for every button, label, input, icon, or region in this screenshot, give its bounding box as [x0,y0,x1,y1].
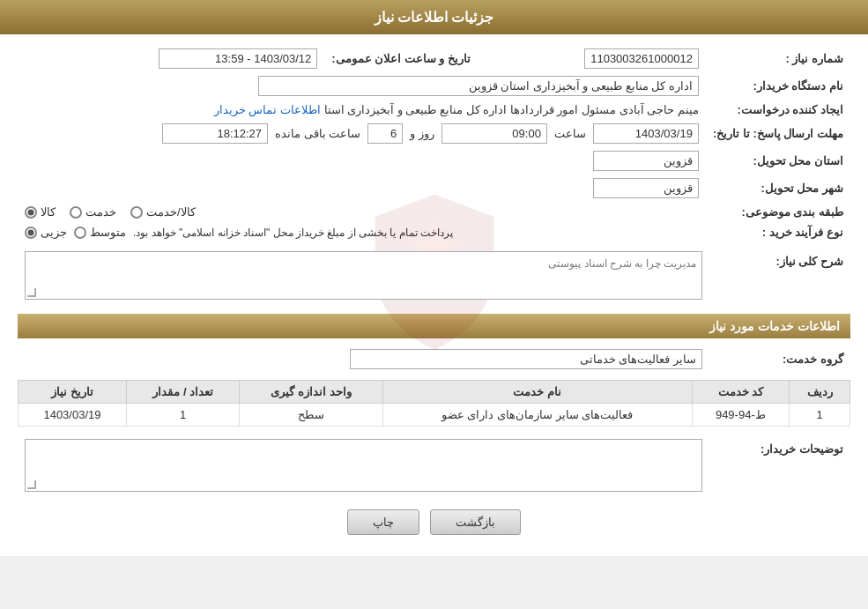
purchase-jozii: جزیی [25,226,67,239]
description-textarea[interactable]: مدیریت چرا به شرح اسناد پیوستی [25,251,702,300]
services-section-title: اطلاعات خدمات مورد نیاز [18,314,850,338]
announcement-input: 1403/03/12 - 13:59 [159,48,317,69]
category-radios: کالا/خدمت خدمت کالا [18,202,706,222]
description-section: شرح کلی نیاز: مدیریت چرا به شرح اسناد پی… [18,248,850,303]
row-description: شرح کلی نیاز: مدیریت چرا به شرح اسناد پی… [18,248,850,303]
radio-kala[interactable] [25,206,37,219]
cell-name: فعالیت‌های سایر سازمان‌های دارای عضو [382,404,692,427]
col-quantity-header: تعداد / مقدار [126,381,240,404]
category-kala: کالا [25,205,56,219]
purchase-motavaset-label: متوسط [90,226,126,239]
purchase-note: پرداخت تمام یا بخشی از مبلغ خریداز محل "… [133,227,453,239]
cell-quantity: 1 [126,404,240,427]
category-kala-khedmat: کالا/خدمت [130,205,196,219]
back-button[interactable]: بازگشت [430,509,521,535]
cell-code: ط-94-949 [692,404,790,427]
buyer-org-label: نام دستگاه خریدار: [706,72,850,100]
buyer-desc-value [18,435,709,495]
col-date-header: تاریخ نیاز [19,381,127,404]
buyer-desc-textarea[interactable] [25,439,702,492]
creator-label: ایجاد کننده درخواست: [706,100,850,120]
province-value: قزوین [18,147,706,175]
creator-text: مینم حاجی آبادی مسئول امور قراردادها ادا… [321,103,699,116]
row-buyer-desc: توضیحات خریدار: [18,435,850,495]
radio-motavaset[interactable] [74,227,86,239]
row-province: استان محل تحویل: قزوین [18,147,850,175]
button-row: بازگشت چاپ [18,509,850,535]
deadline-remaining-time: 18:12:27 [162,123,268,144]
need-number-value: 1103003261000012 [478,45,706,72]
deadline-time-label: ساعت [554,127,586,140]
category-label: طبقه بندی موضوعی: [706,202,850,222]
main-content: شماره نیاز : 1103003261000012 تاریخ و سا… [0,34,868,556]
col-name-header: نام خدمت [382,381,692,404]
deadline-value: 1403/03/19 ساعت 09:00 روز و 6 ساعت باقی … [18,120,706,147]
table-header-row: ردیف کد خدمت نام خدمت واحد اندازه گیری ت… [19,381,850,404]
buyer-desc-resize-handle [27,480,36,489]
deadline-days: 6 [367,123,403,144]
city-input: قزوین [593,178,699,198]
deadline-time: 09:00 [441,123,547,144]
description-value: مدیریت چرا به شرح اسناد پیوستی [18,248,709,303]
purchase-type-label: نوع فرآیند خرید : [706,222,850,242]
row-city: شهر محل تحویل: قزوین [18,175,850,202]
category-kala-khedmat-label: کالا/خدمت [146,205,196,219]
category-radio-group: کالا/خدمت خدمت کالا [25,205,699,219]
category-khedmat-label: خدمت [85,205,116,219]
purchase-type-value: پرداخت تمام یا بخشی از مبلغ خریداز محل "… [18,222,706,242]
deadline-date: 1403/03/19 [593,123,699,144]
row-deadline: مهلت ارسال پاسخ: تا تاریخ: 1403/03/19 سا… [18,120,850,147]
row-need-number: شماره نیاز : 1103003261000012 تاریخ و سا… [18,45,850,72]
table-row: 1ط-94-949فعالیت‌های سایر سازمان‌های دارا… [19,404,850,427]
category-kala-label: کالا [41,205,56,219]
description-label: شرح کلی نیاز: [709,248,850,303]
resize-handle [27,288,36,297]
contact-link[interactable]: اطلاعات تماس خریدار [214,103,321,116]
need-number-label: شماره نیاز : [706,45,850,72]
province-label: استان محل تحویل: [706,147,850,175]
creator-value: مینم حاجی آبادی مسئول امور قراردادها ادا… [18,100,706,120]
print-button[interactable]: چاپ [347,509,419,535]
category-khedmat: خدمت [70,205,116,219]
city-value: قزوین [18,175,706,202]
radio-khedmat[interactable] [70,206,82,219]
row-purchase-type: نوع فرآیند خرید : پرداخت تمام یا بخشی از… [18,222,850,242]
col-unit-header: واحد اندازه گیری [240,381,382,404]
buyer-org-input: اداره کل منابع طبیعی و آبخیزداری استان ق… [258,76,699,96]
announcement-value: 1403/03/12 - 13:59 [18,45,324,72]
page-title: جزئیات اطلاعات نیاز [375,10,494,25]
row-category: طبقه بندی موضوعی: کالا/خدمت خدمت [18,202,850,222]
deadline-day-label: روز و [410,127,434,140]
service-group-input: سایر فعالیت‌های خدماتی [350,349,702,369]
col-row-header: ردیف [790,381,850,404]
description-table: شرح کلی نیاز: مدیریت چرا به شرح اسناد پی… [18,248,850,303]
buyer-desc-label: توضیحات خریدار: [709,435,850,495]
province-input: قزوین [593,151,699,171]
announcement-label: تاریخ و ساعت اعلان عمومی: [324,45,478,72]
service-group-value: سایر فعالیت‌های خدماتی [18,345,709,373]
buyer-desc-table: توضیحات خریدار: [18,435,850,495]
purchase-jozii-label: جزیی [41,226,67,239]
purchase-type-row: پرداخت تمام یا بخشی از مبلغ خریداز محل "… [25,226,699,239]
city-label: شهر محل تحویل: [706,175,850,202]
page-header: جزئیات اطلاعات نیاز [0,0,868,34]
radio-jozii[interactable] [25,227,37,239]
services-data-table: ردیف کد خدمت نام خدمت واحد اندازه گیری ت… [18,380,850,427]
cell-unit: سطح [240,404,382,427]
info-table: شماره نیاز : 1103003261000012 تاریخ و سا… [18,45,850,242]
row-buyer-org: نام دستگاه خریدار: اداره کل منابع طبیعی … [18,72,850,100]
deadline-label: مهلت ارسال پاسخ: تا تاریخ: [706,120,850,147]
col-code-header: کد خدمت [692,381,790,404]
row-creator: ایجاد کننده درخواست: مینم حاجی آبادی مسئ… [18,100,850,120]
radio-kala-khedmat[interactable] [130,206,143,219]
deadline-remaining-label: ساعت باقی مانده [275,127,360,140]
service-group-label: گروه خدمت: [709,345,850,373]
buyer-org-value: اداره کل منابع طبیعی و آبخیزداری استان ق… [18,72,706,100]
description-text: مدیریت چرا به شرح اسناد پیوستی [548,257,696,270]
service-group-table: گروه خدمت: سایر فعالیت‌های خدماتی [18,345,850,373]
cell-date: 1403/03/19 [19,404,127,427]
purchase-motavaset: متوسط [74,226,126,239]
page-wrapper: جزئیات اطلاعات نیاز شماره نیاز : 1103003… [0,0,868,556]
row-service-group: گروه خدمت: سایر فعالیت‌های خدماتی [18,345,850,373]
cell-row: 1 [790,404,850,427]
